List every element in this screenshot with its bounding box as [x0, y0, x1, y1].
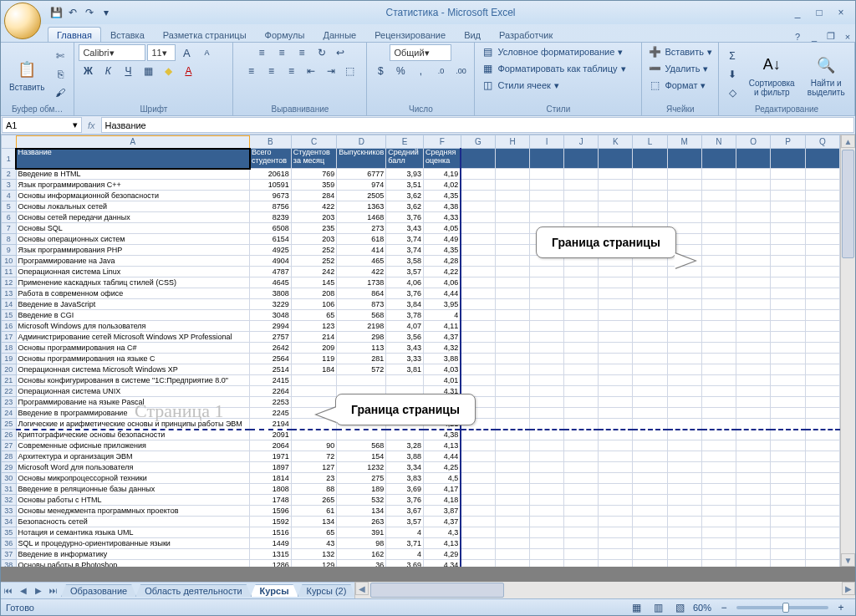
cell[interactable]: Основы менеджмента программных проектов — [16, 506, 249, 517]
cell[interactable] — [701, 408, 736, 419]
cell[interactable] — [771, 440, 805, 451]
cell[interactable]: 4,49 — [424, 234, 461, 245]
cell[interactable]: Операционная система UNIX — [16, 386, 249, 397]
cell[interactable] — [805, 354, 839, 364]
cell[interactable]: Основы SQL — [16, 223, 249, 234]
cell[interactable] — [461, 495, 495, 506]
cell[interactable] — [564, 201, 599, 212]
cell[interactable]: 235 — [291, 223, 337, 234]
cell[interactable] — [701, 484, 736, 495]
cell[interactable]: 4 — [424, 310, 461, 321]
cell[interactable]: Microsoft Word для пользователя — [16, 462, 249, 473]
cell[interactable] — [701, 201, 736, 212]
cell[interactable] — [496, 149, 530, 169]
column-header[interactable]: C — [291, 135, 337, 149]
cell[interactable]: 214 — [291, 332, 337, 343]
cell[interactable]: 1897 — [250, 462, 292, 473]
cell[interactable] — [771, 288, 805, 299]
cell[interactable] — [633, 364, 667, 375]
office-button[interactable] — [4, 3, 41, 39]
cell[interactable] — [667, 430, 701, 440]
cell[interactable]: 252 — [291, 245, 337, 256]
cell[interactable] — [701, 288, 736, 299]
row-header[interactable]: 29 — [2, 462, 17, 473]
format-cells-button[interactable]: ⬚Формат▾ — [646, 78, 707, 93]
cell[interactable] — [667, 149, 701, 169]
cell[interactable]: 1592 — [250, 517, 292, 527]
cell[interactable]: 162 — [337, 549, 386, 560]
row-header[interactable]: 35 — [2, 527, 17, 538]
cell[interactable]: 113 — [337, 343, 386, 354]
cell[interactable] — [461, 310, 495, 321]
cell[interactable] — [564, 343, 599, 354]
cell[interactable] — [461, 256, 495, 267]
cell[interactable] — [667, 527, 701, 538]
ribbon-tab-2[interactable]: Разметка страницы — [154, 27, 256, 42]
sheet-tab[interactable]: Область деятельности — [135, 584, 251, 597]
comma-icon[interactable]: , — [411, 63, 430, 79]
cell[interactable] — [633, 517, 667, 527]
cell[interactable] — [701, 419, 736, 430]
cell[interactable] — [530, 201, 564, 212]
cell[interactable] — [599, 495, 633, 506]
cell[interactable] — [667, 299, 701, 310]
cell[interactable] — [771, 386, 805, 397]
cell[interactable]: 2245 — [250, 408, 292, 419]
cell[interactable] — [701, 149, 736, 169]
cell[interactable]: Введение в JavaScript — [16, 299, 249, 310]
cell[interactable]: 98 — [337, 538, 386, 549]
row-header[interactable]: 4 — [2, 191, 17, 201]
cell[interactable] — [736, 430, 771, 440]
cell[interactable] — [701, 473, 736, 484]
cell[interactable] — [530, 180, 564, 191]
row-header[interactable]: 6 — [2, 212, 17, 223]
orientation-icon[interactable]: ↻ — [313, 44, 331, 61]
row-header[interactable]: 38 — [2, 560, 17, 568]
cell[interactable] — [291, 375, 337, 386]
cell[interactable]: 422 — [337, 267, 386, 277]
format-painter-icon[interactable]: 🖌 — [51, 84, 69, 101]
font-color-icon[interactable]: A — [179, 63, 197, 79]
cell[interactable] — [633, 180, 667, 191]
cell[interactable] — [633, 375, 667, 386]
cell[interactable]: 4 — [386, 527, 424, 538]
cell[interactable] — [633, 267, 667, 277]
cell[interactable]: Архитектура и организация ЭВМ — [16, 451, 249, 462]
cell[interactable]: 134 — [291, 517, 337, 527]
cell[interactable] — [461, 212, 495, 223]
cell[interactable] — [461, 234, 495, 245]
cell[interactable] — [564, 473, 599, 484]
cell[interactable]: 4,03 — [424, 364, 461, 375]
cell[interactable] — [564, 212, 599, 223]
cell[interactable]: 6777 — [337, 169, 386, 180]
cell[interactable] — [667, 560, 701, 568]
cell[interactable] — [771, 506, 805, 517]
cell[interactable] — [805, 201, 839, 212]
cell[interactable] — [599, 364, 633, 375]
cell[interactable] — [496, 332, 530, 343]
cell[interactable] — [496, 299, 530, 310]
cell[interactable] — [667, 538, 701, 549]
cell[interactable]: 242 — [291, 267, 337, 277]
sheet-nav-0[interactable]: ⏮ — [1, 583, 16, 598]
cell[interactable] — [667, 386, 701, 397]
cell[interactable] — [530, 560, 564, 568]
cell[interactable]: 3,93 — [386, 169, 424, 180]
cell[interactable] — [599, 191, 633, 201]
decrease-decimal-icon[interactable]: .00 — [451, 63, 470, 79]
cell[interactable]: 4,06 — [386, 277, 424, 288]
cell[interactable]: 134 — [337, 506, 386, 517]
ribbon-tab-7[interactable]: Разработчик — [490, 27, 562, 42]
cell[interactable]: 275 — [337, 473, 386, 484]
column-header[interactable]: O — [736, 135, 771, 149]
cell[interactable] — [633, 191, 667, 201]
cell[interactable] — [599, 288, 633, 299]
cell[interactable] — [667, 277, 701, 288]
horizontal-scrollbar[interactable]: ◀ ▶ — [354, 582, 855, 598]
cell[interactable] — [461, 277, 495, 288]
cell[interactable]: Введение в реляционные базы данных — [16, 484, 249, 495]
row-header[interactable]: 34 — [2, 517, 17, 527]
cell[interactable] — [701, 375, 736, 386]
cell[interactable] — [599, 506, 633, 517]
cell[interactable]: 106 — [291, 299, 337, 310]
